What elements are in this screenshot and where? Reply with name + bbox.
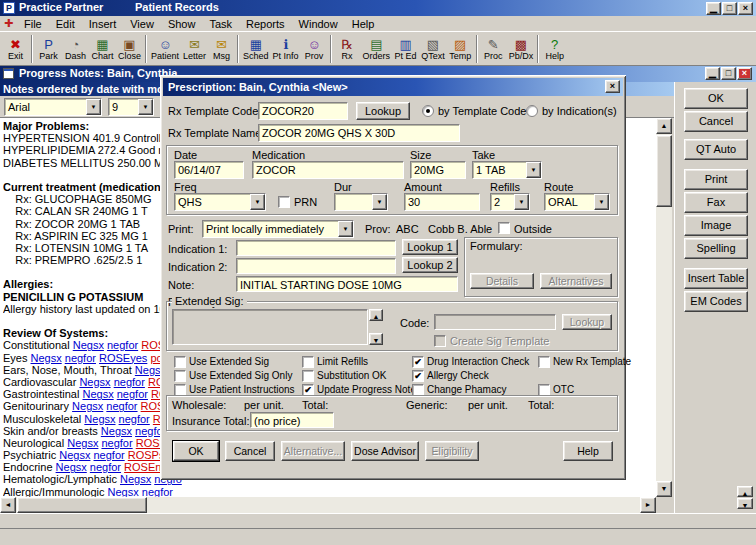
chevron-down-icon[interactable]: ▼: [526, 162, 541, 178]
minimize-icon[interactable]: ▁: [706, 2, 721, 15]
toolbar-button-prov[interactable]: ☺Prov: [301, 33, 328, 64]
toolbar-button-sched[interactable]: ▦Sched: [241, 33, 271, 64]
toolbar-button-msg[interactable]: ✉Msg: [208, 33, 235, 64]
side-panel-scroll-down-icon[interactable]: ▼: [737, 498, 753, 509]
chevron-down-icon[interactable]: ▼: [514, 194, 529, 210]
amount-input[interactable]: 30: [404, 193, 480, 211]
notes-link[interactable]: negfor: [114, 376, 145, 388]
notes-link[interactable]: negfor: [119, 413, 150, 425]
freq-select[interactable]: QHS ▼: [174, 193, 266, 211]
option-use-extended-sig[interactable]: Use Extended Sig: [174, 355, 269, 368]
chevron-down-icon[interactable]: ▼: [250, 194, 265, 210]
checkbox-change-phamacy[interactable]: [412, 384, 424, 396]
scroll-left-icon[interactable]: ◄: [0, 497, 16, 513]
medication-input[interactable]: ZOCOR: [252, 161, 404, 179]
checkbox-limit-refills[interactable]: [302, 356, 314, 368]
sig-scroll-down-icon[interactable]: ▼: [369, 333, 383, 345]
menu-help[interactable]: Help: [345, 16, 382, 32]
side-button-cancel[interactable]: Cancel: [684, 111, 748, 132]
toolbar-button-dash[interactable]: ◔Dash: [62, 33, 89, 64]
chevron-down-icon[interactable]: ▼: [372, 194, 387, 210]
prn-checkbox[interactable]: [278, 196, 290, 208]
notes-link[interactable]: ROSEyes: [99, 352, 147, 364]
rx-template-name-input[interactable]: ZOCOR 20MG QHS X 30D: [258, 124, 460, 142]
notes-link[interactable]: negfor: [90, 461, 121, 473]
checkbox-allergy-check[interactable]: ✔: [412, 370, 424, 382]
notes-link[interactable]: negfor: [107, 339, 138, 351]
notes-link[interactable]: Negsx: [84, 413, 115, 425]
toolbar-button-pb-dx[interactable]: ▩Pb/Dx: [507, 33, 536, 64]
menu-edit[interactable]: Edit: [49, 16, 82, 32]
chevron-down-icon[interactable]: ▼: [594, 194, 609, 210]
side-button-ok[interactable]: OK: [684, 88, 748, 109]
checkbox-use-patient-instructions[interactable]: [174, 384, 186, 396]
lookup-button[interactable]: Lookup: [356, 102, 410, 120]
scroll-right-icon[interactable]: ►: [640, 497, 656, 513]
lookup1-button[interactable]: Lookup 1: [402, 239, 458, 255]
notes-link[interactable]: Negsx: [72, 400, 103, 412]
dialog-button-dose-advisor[interactable]: Dose Advisor: [351, 441, 419, 461]
checkbox-substitution-ok[interactable]: [302, 370, 314, 382]
notes-link[interactable]: negfor: [65, 352, 96, 364]
menu-window[interactable]: Window: [292, 16, 345, 32]
option-new-rx-template[interactable]: New Rx Template: [538, 355, 631, 368]
side-button-print[interactable]: Print: [684, 169, 748, 190]
checkbox-drug-interaction-check[interactable]: ✔: [412, 356, 424, 368]
option-drug-interaction-check[interactable]: ✔Drug Interaction Check: [412, 355, 529, 368]
menu-task[interactable]: Task: [202, 16, 239, 32]
side-button-qt-auto[interactable]: QT Auto: [684, 139, 748, 160]
notes-link[interactable]: Negsx: [82, 388, 113, 400]
side-panel-scroll-up-icon[interactable]: ▲: [737, 486, 753, 497]
note-input[interactable]: INITIAL STARTING DOSE 10MG: [236, 276, 458, 292]
route-select[interactable]: ORAL ▼: [544, 193, 610, 211]
indication1-input[interactable]: [236, 240, 396, 256]
chevron-down-icon[interactable]: ▼: [138, 99, 153, 115]
scroll-down-icon[interactable]: ▼: [656, 481, 672, 497]
notes-link[interactable]: negfor: [94, 449, 125, 461]
notes-close-icon[interactable]: ×: [737, 67, 752, 80]
option-limit-refills[interactable]: Limit Refills: [302, 355, 368, 368]
code-input[interactable]: [434, 314, 556, 330]
toolbar-button-chart[interactable]: ▦Chart: [89, 33, 116, 64]
toolbar-button-exit[interactable]: ✖Exit: [2, 33, 29, 64]
toolbar-button-patient[interactable]: ☺Patient: [149, 33, 181, 64]
refills-select[interactable]: 2 ▼: [490, 193, 530, 211]
notes-vscrollbar[interactable]: ▲ ▼: [656, 118, 672, 497]
details-button[interactable]: Details: [470, 273, 534, 289]
checkbox-use-extended-sig-only[interactable]: [174, 370, 186, 382]
menu-show[interactable]: Show: [161, 16, 203, 32]
size-input[interactable]: 20MG: [410, 161, 466, 179]
checkbox-new-rx-template[interactable]: [538, 356, 550, 368]
code-lookup-button[interactable]: Lookup: [562, 314, 612, 330]
side-button-spelling[interactable]: Spelling: [684, 238, 748, 259]
notes-link[interactable]: Negsx: [108, 486, 139, 497]
checkbox-update-progress-note[interactable]: ✔: [302, 384, 314, 396]
side-button-insert-table[interactable]: Insert Table: [684, 268, 748, 289]
option-use-extended-sig-only[interactable]: Use Extended Sig Only: [174, 369, 292, 382]
dialog-button-alternative[interactable]: Alternative...: [281, 441, 345, 461]
rx-template-code-input[interactable]: ZOCOR20: [258, 102, 348, 120]
toolbar-button-proc[interactable]: ✎Proc: [480, 33, 507, 64]
toolbar-button-pt-info[interactable]: ℹPt Info: [271, 33, 301, 64]
side-button-image[interactable]: Image: [684, 215, 748, 236]
toolbar-button-letter[interactable]: ✉Letter: [181, 33, 208, 64]
notes-link[interactable]: Negsx: [31, 352, 62, 364]
option-allergy-check[interactable]: ✔Allergy Check: [412, 369, 489, 382]
notes-link[interactable]: Negsx: [59, 449, 90, 461]
date-input[interactable]: 06/14/07: [174, 161, 244, 179]
menu-file[interactable]: File: [17, 16, 49, 32]
checkbox-use-extended-sig[interactable]: [174, 356, 186, 368]
font-size-select[interactable]: 9 ▼: [108, 98, 154, 116]
notes-minimize-icon[interactable]: ▁: [705, 67, 720, 80]
indication2-input[interactable]: [236, 258, 396, 274]
scroll-up-icon[interactable]: ▲: [656, 118, 672, 134]
outside-checkbox[interactable]: [498, 222, 510, 234]
option-substitution-ok[interactable]: Substitution OK: [302, 369, 386, 382]
insurance-total-input[interactable]: (no price): [250, 412, 334, 428]
chevron-down-icon[interactable]: ▼: [338, 221, 353, 237]
toolbar-button-qtext[interactable]: ▧QText: [419, 33, 447, 64]
menu-reports[interactable]: Reports: [239, 16, 292, 32]
toolbar-button-rx[interactable]: ℞Rx: [334, 33, 361, 64]
radio-by-indication[interactable]: [526, 105, 538, 117]
notes-link[interactable]: Negsx: [73, 339, 104, 351]
